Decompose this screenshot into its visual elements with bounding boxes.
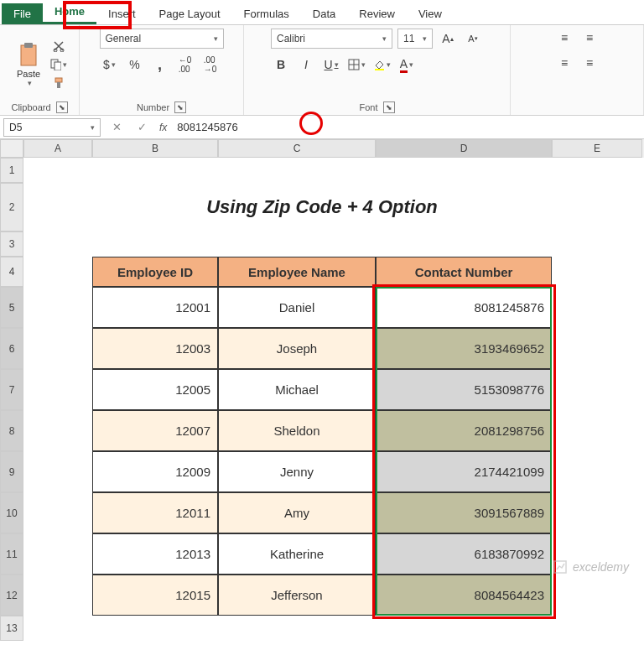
cell-employee-id[interactable]: 12003 xyxy=(92,328,218,369)
row-header[interactable]: 5 xyxy=(0,287,23,328)
row-header[interactable]: 9 xyxy=(0,451,23,492)
col-header-a[interactable]: A xyxy=(23,139,92,158)
cell[interactable] xyxy=(552,158,642,183)
increase-decimal-button[interactable]: ←0.00 xyxy=(175,55,195,74)
cell[interactable] xyxy=(552,451,642,492)
cell[interactable] xyxy=(552,369,642,410)
decrease-font-button[interactable]: A▾ xyxy=(463,29,483,48)
cell[interactable] xyxy=(23,231,92,257)
tab-formulas[interactable]: Formulas xyxy=(232,3,301,24)
cell[interactable] xyxy=(552,257,642,287)
tab-file[interactable]: File xyxy=(2,3,43,24)
cell-employee-name[interactable]: Joseph xyxy=(218,328,376,369)
cell[interactable] xyxy=(552,287,642,328)
cell[interactable] xyxy=(376,231,552,257)
cell[interactable] xyxy=(552,328,642,369)
cell-employee-id[interactable]: 12013 xyxy=(92,533,218,575)
format-painter-button[interactable] xyxy=(50,75,67,91)
tab-view[interactable]: View xyxy=(407,3,454,24)
font-color-button[interactable]: A▾ xyxy=(397,55,417,74)
increase-font-button[interactable]: A▴ xyxy=(438,29,458,48)
cell[interactable] xyxy=(552,410,642,451)
fill-color-button[interactable]: ▾ xyxy=(371,55,392,74)
col-header-e[interactable]: E xyxy=(552,139,642,158)
cell[interactable] xyxy=(552,231,642,257)
tab-insert[interactable]: Insert xyxy=(96,3,148,24)
cell-employee-id[interactable]: 12011 xyxy=(92,492,218,533)
cell-employee-id[interactable]: 12005 xyxy=(92,369,218,410)
cell-contact-number[interactable]: 8081245876 xyxy=(376,287,552,328)
number-format-dropdown[interactable]: General▾ xyxy=(100,29,224,49)
cell-employee-id[interactable]: 12009 xyxy=(92,451,218,492)
cell[interactable] xyxy=(218,158,376,183)
col-header-d[interactable]: D xyxy=(376,139,552,158)
cell-employee-id[interactable]: 12015 xyxy=(92,575,218,616)
cell-contact-number[interactable]: 3193469652 xyxy=(376,328,552,369)
cell[interactable] xyxy=(23,575,92,616)
paste-button[interactable]: Paste ▾ xyxy=(12,42,45,87)
header-employee-name[interactable]: Employee Name xyxy=(218,257,376,287)
cancel-button[interactable]: ✕ xyxy=(104,121,129,133)
cell[interactable] xyxy=(23,158,92,183)
align-top-button[interactable]: ≡ xyxy=(554,29,574,47)
name-box[interactable]: D5▾ xyxy=(3,118,101,137)
cell[interactable] xyxy=(23,183,92,231)
clipboard-launcher[interactable]: ⬊ xyxy=(56,101,68,113)
row-header[interactable]: 12 xyxy=(0,575,23,616)
sheet-title[interactable]: Using Zip Code + 4 Option xyxy=(92,183,552,231)
cell[interactable] xyxy=(23,533,92,575)
header-contact-number[interactable]: Contact Number xyxy=(376,257,552,287)
cut-button[interactable] xyxy=(50,39,67,54)
header-employee-id[interactable]: Employee ID xyxy=(92,257,218,287)
cell-contact-number[interactable]: 5153098776 xyxy=(376,369,552,410)
col-header-c[interactable]: C xyxy=(218,139,376,158)
cell-employee-name[interactable]: Michael xyxy=(218,369,376,410)
cell[interactable] xyxy=(23,369,92,410)
row-header[interactable]: 1 xyxy=(0,158,23,183)
row-header[interactable]: 2 xyxy=(0,183,23,231)
cell[interactable] xyxy=(92,158,218,183)
font-size-dropdown[interactable]: 11▾ xyxy=(397,29,433,49)
borders-button[interactable]: ▾ xyxy=(346,55,366,74)
comma-format-button[interactable]: , xyxy=(150,55,170,74)
row-header[interactable]: 13 xyxy=(0,616,23,641)
cell[interactable] xyxy=(23,257,92,287)
cell[interactable] xyxy=(23,287,92,328)
cell[interactable] xyxy=(23,616,92,641)
cell[interactable] xyxy=(92,616,218,641)
cell-employee-name[interactable]: Jenny xyxy=(218,451,376,492)
cell[interactable] xyxy=(552,575,642,616)
cell-contact-number[interactable]: 8084564423 xyxy=(376,575,552,616)
accounting-format-button[interactable]: $▾ xyxy=(100,55,120,74)
cell-employee-name[interactable]: Amy xyxy=(218,492,376,533)
row-header[interactable]: 6 xyxy=(0,328,23,369)
cell-contact-number[interactable]: 2174421099 xyxy=(376,451,552,492)
row-header[interactable]: 10 xyxy=(0,492,23,533)
cell[interactable] xyxy=(552,183,642,231)
cell[interactable] xyxy=(23,492,92,533)
underline-button[interactable]: U▾ xyxy=(321,55,341,74)
enter-button[interactable]: ✓ xyxy=(129,121,154,133)
align-left-button[interactable]: ≡ xyxy=(554,54,574,72)
percent-format-button[interactable]: % xyxy=(125,55,145,74)
formula-input[interactable]: 8081245876 xyxy=(172,121,644,133)
cell-employee-name[interactable]: Jefferson xyxy=(218,575,376,616)
cell[interactable] xyxy=(218,231,376,257)
cell-contact-number[interactable]: 6183870992 xyxy=(376,533,552,575)
cell[interactable] xyxy=(218,616,376,641)
tab-home[interactable]: Home xyxy=(43,1,96,24)
tab-page-layout[interactable]: Page Layout xyxy=(148,3,232,24)
select-all-corner[interactable] xyxy=(0,139,23,158)
row-header[interactable]: 7 xyxy=(0,369,23,410)
tab-data[interactable]: Data xyxy=(301,3,347,24)
font-launcher[interactable]: ⬊ xyxy=(383,101,395,113)
cell[interactable] xyxy=(92,231,218,257)
cell[interactable] xyxy=(23,410,92,451)
italic-button[interactable]: I xyxy=(296,55,316,74)
cell-employee-name[interactable]: Sheldon xyxy=(218,410,376,451)
cell-employee-id[interactable]: 12007 xyxy=(92,410,218,451)
cell[interactable] xyxy=(376,158,552,183)
font-name-dropdown[interactable]: Calibri▾ xyxy=(271,29,392,49)
cell[interactable] xyxy=(23,451,92,492)
row-header[interactable]: 4 xyxy=(0,257,23,287)
